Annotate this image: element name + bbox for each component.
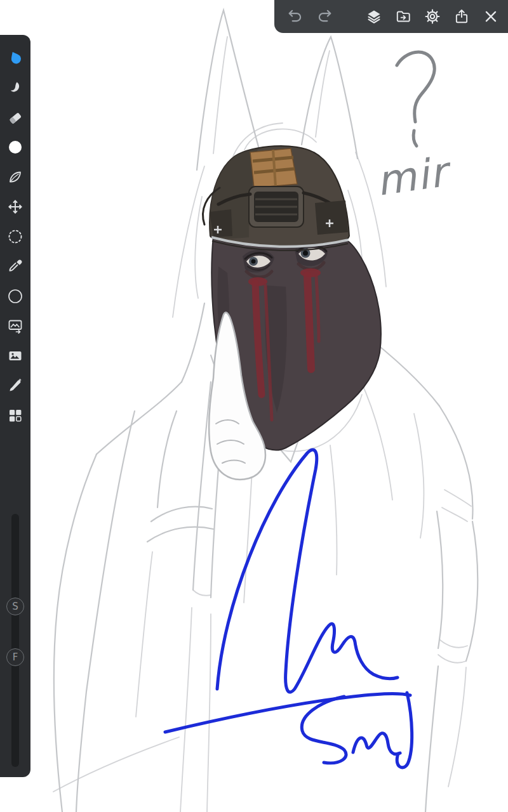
share-icon[interactable] — [453, 8, 470, 25]
image-import-tool[interactable] — [0, 311, 30, 341]
shape-tool[interactable] — [0, 281, 30, 311]
eraser-icon — [7, 109, 23, 126]
smudge-icon — [7, 79, 23, 96]
move-arrows-icon — [7, 199, 23, 215]
transform-tool[interactable] — [0, 192, 30, 221]
eyedropper-icon — [7, 258, 23, 275]
settings-icon[interactable] — [424, 8, 441, 25]
paint-brush-icon — [7, 49, 23, 66]
helmet — [203, 146, 349, 251]
color-circle-icon — [7, 139, 23, 155]
brush-slider-track[interactable]: S F — [11, 514, 19, 767]
color-swatch[interactable] — [0, 132, 30, 162]
layers-icon[interactable] — [366, 8, 382, 25]
flow-slider-button[interactable]: F — [6, 648, 24, 666]
circle-outline-icon — [7, 288, 23, 304]
dotted-circle-icon — [7, 228, 23, 245]
redo-icon[interactable] — [316, 8, 333, 25]
undo-icon[interactable] — [287, 8, 304, 25]
annotation-text: mir — [373, 148, 455, 205]
canvas[interactable]: mir — [0, 0, 508, 812]
smudge-tool[interactable] — [0, 72, 30, 102]
magic-brush-icon — [7, 377, 23, 394]
folder-import-icon[interactable] — [395, 8, 411, 25]
tool-sidebar: S F — [0, 35, 30, 777]
leaf-tool[interactable] — [0, 162, 30, 192]
eyedropper-tool[interactable] — [0, 251, 30, 281]
pattern-tool[interactable] — [0, 400, 30, 430]
leaf-icon — [7, 169, 23, 185]
size-slider-button[interactable]: S — [6, 598, 24, 615]
signature — [165, 450, 412, 768]
close-icon[interactable] — [483, 8, 499, 25]
paint-tool[interactable] — [0, 43, 30, 72]
blocks-icon — [7, 407, 23, 424]
top-toolbar — [274, 0, 508, 33]
photo-tool[interactable] — [0, 341, 30, 370]
lasso-tool[interactable] — [0, 221, 30, 251]
image-arrow-icon — [7, 318, 23, 334]
auto-paint-tool[interactable] — [0, 370, 30, 400]
eraser-tool[interactable] — [0, 102, 30, 132]
drawing-app: mir — [0, 0, 508, 812]
question-mark — [397, 52, 434, 146]
photo-icon — [7, 348, 23, 364]
